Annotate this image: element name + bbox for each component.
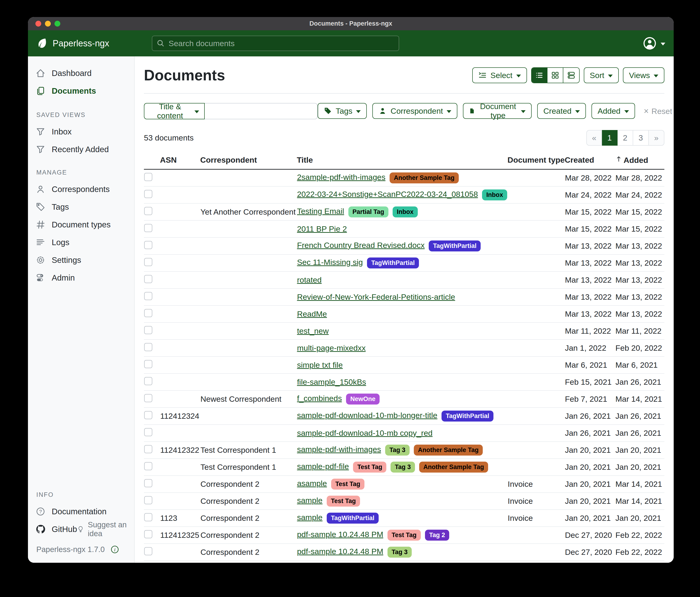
- document-link[interactable]: sample-pdf-with-images: [297, 445, 381, 454]
- pagination-page-button[interactable]: 1: [602, 130, 618, 146]
- row-checkbox[interactable]: [144, 190, 152, 198]
- pagination-page-button[interactable]: 3: [633, 130, 649, 146]
- sidebar-item-documentation[interactable]: ? Documentation: [28, 503, 134, 520]
- row-checkbox[interactable]: [144, 292, 152, 300]
- tag-badge[interactable]: Tag 3: [391, 462, 415, 473]
- row-checkbox[interactable]: [144, 411, 152, 419]
- correspondent-cell[interactable]: Correspondent 2: [200, 510, 297, 527]
- tag-badge[interactable]: TagWithPartial: [367, 258, 419, 268]
- detail-view-button[interactable]: [563, 68, 579, 83]
- added-column-header[interactable]: Added: [615, 152, 665, 169]
- sidebar-item-logs[interactable]: Logs: [28, 234, 134, 251]
- row-checkbox[interactable]: [144, 326, 152, 334]
- title-column-header[interactable]: Title: [297, 152, 507, 169]
- document-link[interactable]: sample-pdf-file: [297, 462, 349, 471]
- pagination-page-button[interactable]: 2: [618, 130, 633, 146]
- grid-view-button[interactable]: [548, 68, 563, 83]
- correspondent-cell[interactable]: Test Correspondent 1: [200, 459, 297, 476]
- correspondent-cell[interactable]: Correspondent 2: [200, 493, 297, 510]
- row-checkbox[interactable]: [144, 479, 152, 487]
- document-type-cell[interactable]: Invoice: [507, 510, 565, 527]
- document-link[interactable]: file-sample_150kBs: [297, 378, 366, 386]
- row-checkbox[interactable]: [144, 343, 152, 351]
- row-checkbox[interactable]: [144, 462, 152, 470]
- document-link[interactable]: asample: [297, 479, 327, 488]
- created-filter-button[interactable]: Created: [537, 103, 586, 119]
- document-type-cell[interactable]: Invoice: [507, 493, 565, 510]
- tag-badge[interactable]: Another Sample Tag: [419, 462, 488, 473]
- row-checkbox[interactable]: [144, 258, 152, 266]
- correspondent-filter-button[interactable]: Correspondent: [372, 103, 457, 119]
- correspondent-cell[interactable]: Correspondent 2: [200, 527, 297, 544]
- doctype-column-header[interactable]: Document type: [507, 152, 565, 169]
- document-link[interactable]: pdf-sample 10.24.48 PM: [297, 547, 383, 556]
- sidebar-item-documents[interactable]: Documents: [28, 82, 134, 100]
- row-checkbox[interactable]: [144, 241, 152, 249]
- document-link[interactable]: 2sample-pdf-with-images: [297, 173, 385, 182]
- user-menu[interactable]: [643, 37, 665, 50]
- document-link[interactable]: f_combineds: [297, 394, 342, 403]
- tag-badge[interactable]: TagWithPartial: [429, 240, 481, 252]
- document-type-cell[interactable]: Invoice: [507, 476, 565, 493]
- tag-badge[interactable]: Tag 3: [385, 445, 409, 456]
- correspondent-cell[interactable]: Yet Another Correspondent: [200, 204, 297, 220]
- tag-badge[interactable]: Test Tag: [353, 462, 386, 473]
- correspondent-cell[interactable]: Test Correspondent 1: [200, 441, 297, 459]
- tag-badge[interactable]: Test Tag: [331, 479, 365, 489]
- views-button[interactable]: Views: [623, 67, 665, 83]
- close-window-button[interactable]: [35, 21, 41, 27]
- tag-badge[interactable]: Another Sample Tag: [390, 172, 459, 183]
- info-circle-icon[interactable]: i: [110, 545, 119, 554]
- document-link[interactable]: pdf-sample 10.24.48 PM: [297, 530, 383, 539]
- correspondent-cell[interactable]: Correspondent 2: [200, 476, 297, 493]
- minimize-window-button[interactable]: [45, 21, 51, 27]
- sidebar-item-inbox[interactable]: Inbox: [28, 123, 134, 141]
- sort-button[interactable]: Sort: [584, 67, 619, 83]
- document-link[interactable]: Review-of-New-York-Federal-Petitions-art…: [297, 292, 455, 301]
- document-link[interactable]: multi-page-mixedxx: [297, 343, 366, 352]
- row-checkbox[interactable]: [144, 428, 152, 436]
- correspondent-cell[interactable]: Newest Correspondent: [200, 390, 297, 408]
- tag-badge[interactable]: Test Tag: [388, 530, 421, 541]
- tag-badge[interactable]: Inbox: [482, 189, 507, 200]
- sidebar-item-dashboard[interactable]: Dashboard: [28, 64, 134, 82]
- document-link[interactable]: test_new: [297, 327, 329, 335]
- document-link[interactable]: rotated: [297, 276, 322, 284]
- row-checkbox[interactable]: [144, 496, 152, 504]
- document-link[interactable]: Testing Email: [297, 207, 344, 216]
- global-search[interactable]: [152, 35, 399, 51]
- sidebar-item-admin[interactable]: Admin: [28, 269, 134, 287]
- row-checkbox[interactable]: [144, 309, 152, 317]
- row-checkbox[interactable]: [144, 224, 152, 232]
- tag-badge[interactable]: Inbox: [393, 207, 418, 217]
- document-link[interactable]: 2011 BP Pie 2: [297, 224, 347, 233]
- document-type-filter-button[interactable]: Document type: [463, 103, 532, 119]
- correspondent-cell[interactable]: Correspondent 2: [200, 544, 297, 560]
- tag-badge[interactable]: Partial Tag: [348, 207, 389, 217]
- tag-badge[interactable]: Tag 3: [388, 547, 412, 558]
- pagination-next-button[interactable]: »: [649, 130, 665, 146]
- document-link[interactable]: simple txt file: [297, 360, 343, 369]
- asn-column-header[interactable]: ASN: [160, 152, 200, 169]
- row-checkbox[interactable]: [144, 513, 152, 521]
- row-checkbox[interactable]: [144, 547, 152, 555]
- document-link[interactable]: Sec 11-Missing sig: [297, 258, 363, 267]
- suggest-idea-link[interactable]: Suggest an idea: [77, 520, 134, 538]
- sidebar-item-settings[interactable]: Settings: [28, 251, 134, 269]
- correspondent-column-header[interactable]: Correspondent: [200, 152, 297, 169]
- reset-filters-button[interactable]: × Reset filters: [644, 103, 674, 119]
- row-checkbox[interactable]: [144, 173, 152, 181]
- document-link[interactable]: 2022-03-24+Sonstige+ScanPC2022-03-24_081…: [297, 190, 478, 198]
- pagination-prev-button[interactable]: «: [586, 130, 602, 146]
- tags-filter-button[interactable]: Tags: [318, 103, 367, 119]
- tag-badge[interactable]: NewOne: [346, 393, 380, 405]
- search-field-selector-button[interactable]: Title & content: [144, 103, 205, 119]
- tag-badge[interactable]: Tag 2: [425, 530, 449, 541]
- title-content-filter-input[interactable]: [205, 103, 318, 119]
- tag-badge[interactable]: Test Tag: [327, 496, 360, 507]
- document-link[interactable]: French Country Bread Revised.docx: [297, 241, 425, 249]
- added-filter-button[interactable]: Added: [592, 103, 635, 119]
- tag-badge[interactable]: TagWithPartial: [442, 411, 494, 422]
- sidebar-item-recently-added[interactable]: Recently Added: [28, 141, 134, 158]
- sidebar-item-github[interactable]: GitHub: [28, 520, 77, 538]
